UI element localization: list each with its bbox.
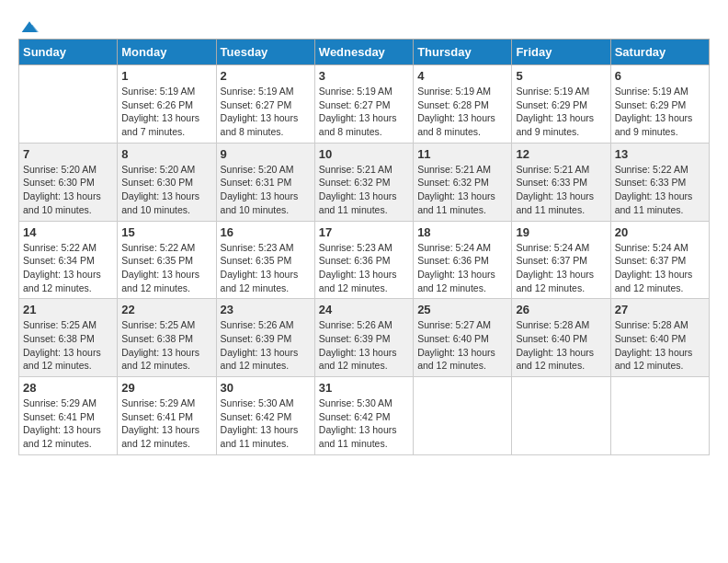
- page-header: [18, 18, 710, 29]
- calendar-header-friday: Friday: [512, 40, 610, 65]
- day-number: 20: [615, 225, 705, 239]
- calendar-header-thursday: Thursday: [414, 40, 512, 65]
- calendar-header-row: SundayMondayTuesdayWednesdayThursdayFrid…: [19, 40, 710, 65]
- day-number: 14: [23, 225, 113, 239]
- day-info: Sunrise: 5:19 AM Sunset: 6:27 PM Dayligh…: [221, 85, 311, 139]
- calendar-week-4: 21Sunrise: 5:25 AM Sunset: 6:38 PM Dayli…: [19, 299, 710, 377]
- day-number: 13: [615, 147, 705, 161]
- day-info: Sunrise: 5:19 AM Sunset: 6:28 PM Dayligh…: [417, 85, 507, 139]
- day-number: 27: [615, 303, 705, 316]
- day-number: 6: [615, 69, 705, 83]
- day-number: 28: [23, 381, 113, 395]
- day-info: Sunrise: 5:22 AM Sunset: 6:33 PM Dayligh…: [615, 163, 705, 217]
- calendar-cell: 25Sunrise: 5:27 AM Sunset: 6:40 PM Dayli…: [414, 299, 512, 377]
- day-number: 11: [417, 147, 507, 161]
- calendar-cell: 23Sunrise: 5:26 AM Sunset: 6:39 PM Dayli…: [216, 299, 314, 377]
- day-number: 18: [417, 225, 507, 239]
- day-info: Sunrise: 5:19 AM Sunset: 6:27 PM Dayligh…: [319, 85, 409, 139]
- calendar-week-1: 1Sunrise: 5:19 AM Sunset: 6:26 PM Daylig…: [19, 65, 710, 144]
- day-number: 12: [516, 147, 606, 161]
- calendar-cell: 28Sunrise: 5:29 AM Sunset: 6:41 PM Dayli…: [19, 377, 118, 455]
- day-number: 19: [516, 225, 606, 239]
- day-number: 17: [319, 225, 409, 239]
- day-number: 2: [221, 69, 311, 83]
- calendar-cell: [610, 377, 709, 455]
- day-info: Sunrise: 5:21 AM Sunset: 6:32 PM Dayligh…: [319, 163, 409, 217]
- day-info: Sunrise: 5:21 AM Sunset: 6:32 PM Dayligh…: [417, 163, 507, 217]
- day-number: 15: [121, 225, 211, 239]
- day-number: 29: [121, 381, 211, 395]
- day-number: 9: [221, 147, 311, 161]
- calendar-week-2: 7Sunrise: 5:20 AM Sunset: 6:30 PM Daylig…: [19, 143, 710, 221]
- calendar-cell: 12Sunrise: 5:21 AM Sunset: 6:33 PM Dayli…: [512, 143, 610, 221]
- day-number: 10: [319, 147, 409, 161]
- day-info: Sunrise: 5:28 AM Sunset: 6:40 PM Dayligh…: [516, 318, 606, 373]
- day-number: 26: [516, 303, 606, 316]
- calendar-cell: 29Sunrise: 5:29 AM Sunset: 6:41 PM Dayli…: [118, 377, 216, 455]
- calendar-cell: 31Sunrise: 5:30 AM Sunset: 6:42 PM Dayli…: [314, 377, 413, 455]
- day-info: Sunrise: 5:29 AM Sunset: 6:41 PM Dayligh…: [121, 396, 211, 451]
- calendar-cell: 11Sunrise: 5:21 AM Sunset: 6:32 PM Dayli…: [414, 143, 512, 221]
- calendar-week-3: 14Sunrise: 5:22 AM Sunset: 6:34 PM Dayli…: [19, 221, 710, 299]
- calendar-cell: [19, 65, 118, 144]
- calendar-cell: 24Sunrise: 5:26 AM Sunset: 6:39 PM Dayli…: [314, 299, 413, 377]
- day-number: 16: [221, 225, 311, 239]
- day-number: 24: [319, 303, 409, 316]
- calendar-header-wednesday: Wednesday: [314, 40, 413, 65]
- day-info: Sunrise: 5:30 AM Sunset: 6:42 PM Dayligh…: [319, 396, 409, 451]
- calendar-cell: 3Sunrise: 5:19 AM Sunset: 6:27 PM Daylig…: [314, 65, 413, 144]
- day-info: Sunrise: 5:21 AM Sunset: 6:33 PM Dayligh…: [516, 163, 606, 217]
- day-info: Sunrise: 5:20 AM Sunset: 6:30 PM Dayligh…: [23, 163, 113, 217]
- calendar-cell: 21Sunrise: 5:25 AM Sunset: 6:38 PM Dayli…: [19, 299, 118, 377]
- calendar-cell: 20Sunrise: 5:24 AM Sunset: 6:37 PM Dayli…: [610, 221, 709, 299]
- calendar-cell: 17Sunrise: 5:23 AM Sunset: 6:36 PM Dayli…: [314, 221, 413, 299]
- day-number: 7: [23, 147, 113, 161]
- day-number: 31: [319, 381, 409, 395]
- day-number: 21: [23, 303, 113, 316]
- calendar-header-monday: Monday: [118, 40, 216, 65]
- day-info: Sunrise: 5:29 AM Sunset: 6:41 PM Dayligh…: [23, 396, 113, 451]
- logo: [18, 18, 39, 29]
- calendar-cell: 13Sunrise: 5:22 AM Sunset: 6:33 PM Dayli…: [610, 143, 709, 221]
- calendar-cell: 5Sunrise: 5:19 AM Sunset: 6:29 PM Daylig…: [512, 65, 610, 144]
- calendar-cell: 19Sunrise: 5:24 AM Sunset: 6:37 PM Dayli…: [512, 221, 610, 299]
- calendar-cell: 22Sunrise: 5:25 AM Sunset: 6:38 PM Dayli…: [118, 299, 216, 377]
- day-info: Sunrise: 5:20 AM Sunset: 6:31 PM Dayligh…: [221, 163, 311, 217]
- day-number: 22: [121, 303, 211, 316]
- day-info: Sunrise: 5:24 AM Sunset: 6:37 PM Dayligh…: [615, 241, 705, 295]
- day-number: 23: [221, 303, 311, 316]
- calendar-cell: 6Sunrise: 5:19 AM Sunset: 6:29 PM Daylig…: [610, 65, 709, 144]
- calendar-header-tuesday: Tuesday: [216, 40, 314, 65]
- calendar-header-saturday: Saturday: [610, 40, 709, 65]
- calendar-cell: 1Sunrise: 5:19 AM Sunset: 6:26 PM Daylig…: [118, 65, 216, 144]
- calendar-cell: 10Sunrise: 5:21 AM Sunset: 6:32 PM Dayli…: [314, 143, 413, 221]
- day-number: 1: [121, 69, 211, 83]
- day-info: Sunrise: 5:27 AM Sunset: 6:40 PM Dayligh…: [417, 318, 507, 373]
- day-info: Sunrise: 5:23 AM Sunset: 6:35 PM Dayligh…: [221, 241, 311, 295]
- calendar-cell: 30Sunrise: 5:30 AM Sunset: 6:42 PM Dayli…: [216, 377, 314, 455]
- day-info: Sunrise: 5:26 AM Sunset: 6:39 PM Dayligh…: [319, 318, 409, 373]
- calendar-cell: 26Sunrise: 5:28 AM Sunset: 6:40 PM Dayli…: [512, 299, 610, 377]
- day-number: 4: [417, 69, 507, 83]
- calendar-cell: 27Sunrise: 5:28 AM Sunset: 6:40 PM Dayli…: [610, 299, 709, 377]
- calendar-cell: [414, 377, 512, 455]
- day-info: Sunrise: 5:20 AM Sunset: 6:30 PM Dayligh…: [121, 163, 211, 217]
- calendar-cell: 18Sunrise: 5:24 AM Sunset: 6:36 PM Dayli…: [414, 221, 512, 299]
- day-info: Sunrise: 5:26 AM Sunset: 6:39 PM Dayligh…: [221, 318, 311, 373]
- calendar-cell: 9Sunrise: 5:20 AM Sunset: 6:31 PM Daylig…: [216, 143, 314, 221]
- calendar-header-sunday: Sunday: [19, 40, 118, 65]
- day-info: Sunrise: 5:19 AM Sunset: 6:29 PM Dayligh…: [516, 85, 606, 139]
- calendar-cell: 16Sunrise: 5:23 AM Sunset: 6:35 PM Dayli…: [216, 221, 314, 299]
- calendar-week-5: 28Sunrise: 5:29 AM Sunset: 6:41 PM Dayli…: [19, 377, 710, 455]
- calendar-table: SundayMondayTuesdayWednesdayThursdayFrid…: [18, 39, 710, 455]
- day-info: Sunrise: 5:25 AM Sunset: 6:38 PM Dayligh…: [23, 318, 113, 373]
- logo-icon: [20, 18, 39, 37]
- day-info: Sunrise: 5:28 AM Sunset: 6:40 PM Dayligh…: [615, 318, 705, 373]
- calendar-cell: 14Sunrise: 5:22 AM Sunset: 6:34 PM Dayli…: [19, 221, 118, 299]
- day-number: 5: [516, 69, 606, 83]
- calendar-cell: 2Sunrise: 5:19 AM Sunset: 6:27 PM Daylig…: [216, 65, 314, 144]
- calendar-cell: 8Sunrise: 5:20 AM Sunset: 6:30 PM Daylig…: [118, 143, 216, 221]
- day-number: 8: [121, 147, 211, 161]
- day-info: Sunrise: 5:19 AM Sunset: 6:26 PM Dayligh…: [121, 85, 211, 139]
- day-number: 25: [417, 303, 507, 316]
